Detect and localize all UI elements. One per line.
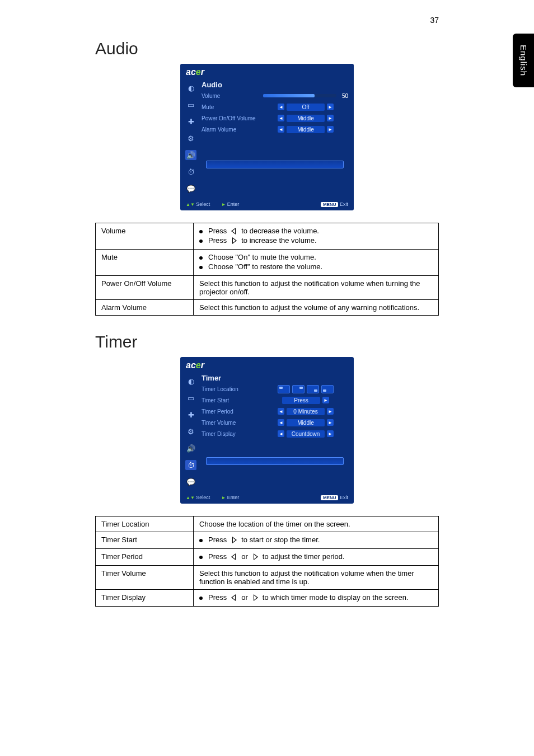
text: to increase the volume. (241, 236, 316, 245)
chevron-right-icon[interactable]: ► (327, 126, 334, 133)
osd-period-value: 0 Minutes (287, 408, 325, 415)
language-icon[interactable]: 💬 (185, 184, 196, 194)
table-row: Timer Location Choose the location of th… (96, 516, 439, 532)
chevron-right-icon[interactable]: ► (327, 115, 334, 121)
image-icon[interactable]: ▭ (185, 393, 196, 403)
text: or (241, 593, 248, 602)
logo-part-2: e (196, 67, 201, 77)
osd-display-row[interactable]: Timer Display ◄ Countdown ► (202, 428, 348, 439)
chevron-right-icon[interactable]: ► (327, 419, 334, 426)
osd-alarm-label: Alarm Volume (202, 126, 260, 133)
tvolume-key: Timer Volume (96, 566, 194, 590)
text: Press (208, 227, 227, 235)
audio-osd-panel: acer ◐ ▭ ✚ ⚙ 🔊 ⏱ 💬 Audio Volume (180, 64, 354, 210)
arrow-left-icon (230, 553, 238, 560)
bullet-icon (199, 266, 203, 269)
timer-icon[interactable]: ⏱ (185, 460, 196, 470)
alarm-key: Alarm Volume (96, 300, 194, 316)
table-row: Alarm Volume Select this function to adj… (96, 300, 439, 316)
language-tab-label: English (519, 45, 528, 76)
text: to decrease the volume. (241, 227, 319, 235)
audio-icon[interactable]: 🔊 (185, 150, 196, 160)
color-icon[interactable]: ◐ (185, 83, 196, 93)
osd-period-row[interactable]: Timer Period ◄ 0 Minutes ► (202, 406, 348, 417)
mute-key: Mute (96, 250, 194, 276)
volume-value: 50 (342, 93, 348, 99)
text: Press (208, 593, 227, 602)
timer-heading: Timer (95, 332, 439, 351)
chevron-left-icon[interactable]: ◄ (278, 115, 284, 121)
language-icon[interactable]: 💬 (185, 477, 196, 487)
osd-highlight-bar (206, 457, 344, 465)
settings-icon[interactable]: ✚ (185, 116, 196, 126)
osd-mute-label: Mute (202, 104, 260, 110)
tdisplay-key: Timer Display (96, 590, 194, 607)
arrow-right-icon (251, 553, 259, 560)
osd-mute-row[interactable]: Mute ◄ Off ► (202, 101, 348, 112)
chevron-right-icon[interactable]: ► (327, 430, 334, 437)
chevron-left-icon[interactable]: ◄ (278, 126, 284, 133)
osd-location-row[interactable]: Timer Location (202, 383, 348, 395)
image-icon[interactable]: ▭ (185, 100, 196, 110)
osd-mute-value: Off (287, 104, 325, 111)
chevron-left-icon[interactable]: ◄ (278, 408, 284, 415)
text: Press (208, 536, 227, 544)
management-icon[interactable]: ⚙ (185, 133, 196, 143)
osd-audio-title: Audio (202, 81, 348, 89)
arrow-right-icon (251, 594, 259, 601)
chevron-right-icon[interactable]: ► (322, 397, 329, 403)
management-icon[interactable]: ⚙ (185, 426, 196, 436)
chevron-left-icon[interactable]: ◄ (278, 419, 284, 426)
tstart-key: Timer Start (96, 532, 194, 549)
text: or (241, 552, 248, 561)
tlocation-val: Choose the location of the timer on the … (194, 516, 439, 532)
osd-timer-title: Timer (202, 374, 348, 382)
footer-exit: Exit (340, 495, 348, 500)
audio-properties-table: Volume Press to decrease the volume. Pre… (95, 223, 439, 316)
table-row: Timer Display Press or to which timer mo… (96, 590, 439, 607)
location-thumbnails[interactable] (278, 385, 334, 393)
table-row: Timer Volume Select this function to adj… (96, 566, 439, 590)
chevron-left-icon[interactable]: ◄ (278, 430, 284, 437)
acer-logo: acer (186, 67, 204, 77)
arrow-right-icon (230, 537, 238, 543)
osd-tvolume-value: Middle (287, 419, 325, 426)
text: Press (208, 236, 227, 245)
chevron-left-icon[interactable]: ◄ (278, 104, 284, 110)
bullet-icon (199, 556, 203, 559)
tvolume-val: Select this function to adjust the notif… (194, 566, 439, 590)
bullet-icon (199, 230, 203, 233)
chevron-right-icon[interactable]: ► (327, 104, 334, 110)
volume-slider[interactable] (263, 94, 336, 97)
table-row: Volume Press to decrease the volume. Pre… (96, 223, 439, 250)
osd-power-value: Middle (287, 115, 325, 122)
settings-icon[interactable]: ✚ (185, 410, 196, 420)
volume-key: Volume (96, 223, 194, 250)
osd-display-value: Countdown (287, 430, 325, 438)
bullet-icon (199, 597, 203, 600)
color-icon[interactable]: ◐ (185, 376, 196, 386)
language-tab: English (513, 34, 534, 87)
logo-part-2: e (196, 360, 201, 370)
logo-part-3: r (201, 360, 204, 370)
audio-icon[interactable]: 🔊 (185, 443, 196, 453)
logo-part-1: ac (186, 67, 196, 77)
text: Press (208, 552, 227, 561)
osd-alarm-value: Middle (287, 126, 325, 133)
osd-tvolume-row[interactable]: Timer Volume ◄ Middle ► (202, 417, 348, 428)
osd-start-row[interactable]: Timer Start Press ► (202, 395, 348, 406)
footer-enter: Enter (227, 201, 240, 207)
osd-alarm-row[interactable]: Alarm Volume ◄ Middle ► (202, 124, 348, 135)
power-key: Power On/Off Volume (96, 276, 194, 300)
text: to adjust the timer period. (263, 552, 345, 561)
osd-power-label: Power On/Off Volume (202, 115, 260, 121)
osd-power-row[interactable]: Power On/Off Volume ◄ Middle ► (202, 112, 348, 124)
osd-start-label: Timer Start (202, 397, 260, 403)
timer-icon[interactable]: ⏱ (185, 167, 196, 177)
logo-part-1: ac (186, 360, 196, 370)
chevron-right-icon[interactable]: ► (327, 408, 334, 415)
text: Choose "Off" to restore the volume. (208, 262, 322, 271)
bullet-icon (199, 240, 203, 243)
footer-select: Select (196, 495, 210, 500)
osd-volume-row[interactable]: Volume 50 (202, 90, 348, 101)
